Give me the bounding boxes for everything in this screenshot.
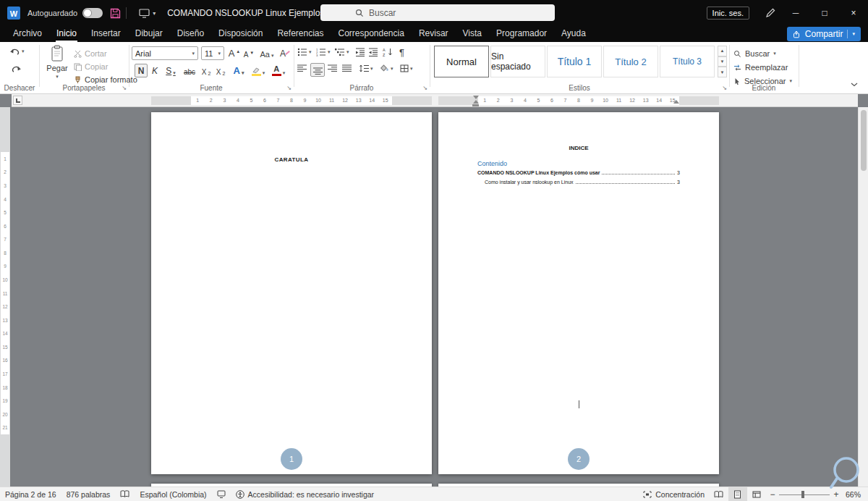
replace-button[interactable]: Reemplazar — [733, 62, 788, 73]
zoom-out-button[interactable]: − — [766, 489, 779, 500]
page-indicator[interactable]: Página 2 de 16 — [0, 487, 61, 501]
close-button[interactable]: × — [839, 0, 868, 26]
text-effects-button[interactable]: A▾ — [230, 64, 247, 77]
hanging-indent-marker[interactable] — [473, 100, 479, 104]
tab-programador[interactable]: Programador — [489, 26, 554, 42]
accessibility-status[interactable]: Accesibilidad: es necesario investigar — [231, 487, 380, 501]
font-dialog-launcher-icon[interactable]: ↘ — [286, 85, 292, 91]
tab-ayuda[interactable]: Ayuda — [554, 26, 593, 42]
styles-scroll-down-icon[interactable]: ▼ — [718, 56, 727, 67]
bold-button[interactable]: N — [135, 64, 148, 77]
style-titulo-1[interactable]: Título 1 — [547, 46, 602, 77]
justify-button[interactable] — [342, 64, 352, 72]
zoom-slider[interactable] — [779, 487, 830, 501]
superscript-button[interactable]: X2 — [214, 64, 227, 77]
show-marks-button[interactable]: ¶ — [399, 47, 404, 58]
style-normal[interactable]: Normal — [434, 46, 489, 77]
tab-vista[interactable]: Vista — [456, 26, 489, 42]
numbering-button[interactable]: 123 ▾ — [316, 48, 331, 56]
search-box[interactable]: Buscar — [320, 4, 555, 21]
clear-formatting-button[interactable]: A — [278, 46, 292, 60]
underline-button[interactable]: S▾ — [162, 64, 179, 77]
tab-disposicion[interactable]: Disposición — [211, 26, 270, 42]
tab-dibujar[interactable]: Dibujar — [128, 26, 170, 42]
sign-in-button[interactable]: Inic. ses. — [707, 7, 749, 20]
save-icon[interactable] — [110, 8, 121, 19]
subscript-button[interactable]: X2 — [200, 64, 213, 77]
styles-dialog-launcher-icon[interactable]: ↘ — [722, 85, 727, 91]
styles-scroll-up-icon[interactable]: ▲ — [718, 46, 727, 56]
tab-inicio[interactable]: Inicio — [49, 26, 84, 42]
tab-insertar[interactable]: Insertar — [84, 26, 128, 42]
word-logo-icon[interactable]: W — [7, 7, 20, 20]
paste-button[interactable]: Pegar ▾ — [43, 45, 71, 85]
style-titulo-2[interactable]: Título 2 — [603, 46, 658, 77]
decrease-indent-button[interactable] — [355, 48, 365, 56]
tab-archivo[interactable]: Archivo — [6, 26, 49, 42]
first-line-indent-marker[interactable] — [473, 96, 479, 99]
touch-mode-icon[interactable] — [139, 9, 150, 18]
format-painter-button[interactable]: Copiar formato — [74, 74, 137, 85]
redo-button[interactable] — [11, 64, 22, 73]
grow-font-button[interactable]: A▲ — [228, 46, 241, 60]
highlight-color-button[interactable]: ▾ — [249, 64, 268, 77]
zoom-in-button[interactable]: + — [830, 489, 843, 500]
tab-revisar[interactable]: Revisar — [412, 26, 456, 42]
shrink-font-button[interactable]: A▼ — [242, 46, 255, 60]
left-indent-marker[interactable] — [472, 104, 479, 106]
align-left-button[interactable] — [297, 64, 307, 72]
line-spacing-button[interactable]: ▾ — [359, 64, 373, 72]
right-indent-marker[interactable] — [673, 100, 679, 104]
vertical-ruler[interactable]: 123456789101112131415161718192021 — [0, 107, 10, 487]
share-button[interactable]: Compartir ▾ — [787, 27, 861, 41]
bullets-button[interactable]: ▾ — [297, 48, 312, 56]
increase-indent-button[interactable] — [368, 48, 378, 56]
print-layout-view-icon[interactable] — [728, 487, 747, 501]
tab-referencias[interactable]: Referencias — [270, 26, 331, 42]
focus-mode-button[interactable]: Concentración — [638, 487, 710, 501]
style-sin-espaciado[interactable]: Sin espaciado — [490, 46, 545, 77]
find-button[interactable]: Buscar ▾ — [733, 48, 776, 59]
strikethrough-button[interactable]: abc — [181, 64, 198, 77]
document-page-1[interactable]: CARATULA 1 — [151, 112, 432, 474]
ink-pen-icon[interactable] — [760, 8, 781, 18]
web-layout-view-icon[interactable] — [747, 487, 766, 501]
borders-button[interactable]: ▾ — [400, 64, 413, 72]
styles-more-icon[interactable]: ▼ — [718, 67, 727, 77]
font-color-button[interactable]: A ▾ — [269, 64, 288, 77]
tab-correspondencia[interactable]: Correspondencia — [331, 26, 411, 42]
align-right-button[interactable] — [328, 64, 337, 72]
sort-button[interactable]: AZ — [383, 48, 393, 56]
vertical-scrollbar[interactable] — [858, 107, 868, 487]
macro-record-icon[interactable] — [212, 487, 231, 501]
copy-button[interactable]: Copiar — [74, 61, 108, 72]
read-mode-view-icon[interactable] — [710, 487, 728, 501]
font-size-combo[interactable]: 11 ▾ — [201, 46, 224, 60]
maximize-button[interactable]: □ — [810, 0, 839, 26]
italic-button[interactable]: K — [149, 64, 161, 77]
scrollbar-thumb[interactable] — [861, 110, 867, 171]
shading-button[interactable]: ▾ — [380, 64, 393, 72]
zoom-level[interactable]: 66% — [843, 490, 868, 499]
collapse-ribbon-chevron-icon[interactable] — [851, 78, 858, 89]
paragraph-dialog-launcher-icon[interactable]: ↘ — [422, 85, 427, 91]
toc-entry[interactable]: COMANDO NSLOOKUP Linux Ejemplos cómo usa… — [477, 170, 680, 175]
clipboard-dialog-launcher-icon[interactable]: ↘ — [122, 85, 127, 91]
language-indicator[interactable]: Español (Colombia) — [135, 487, 211, 501]
tab-stop-selector[interactable] — [13, 96, 22, 105]
zoom-thumb[interactable] — [801, 491, 804, 498]
autosave-toggle[interactable] — [82, 8, 103, 18]
qat-customize-chevron-icon[interactable]: ▾ — [153, 10, 156, 17]
document-area[interactable]: CARATULA 1 INDICE Contenido COMANDO NSLO… — [12, 107, 858, 487]
multilevel-list-button[interactable]: ▾ — [335, 48, 349, 56]
document-page-2[interactable]: INDICE Contenido COMANDO NSLOOKUP Linux … — [438, 112, 719, 474]
font-family-combo[interactable]: Arial ▾ — [132, 46, 198, 60]
cut-button[interactable]: Cortar — [74, 48, 107, 59]
minimize-button[interactable]: ─ — [781, 0, 810, 26]
word-count[interactable]: 876 palabras — [61, 487, 116, 501]
proofing-book-icon[interactable] — [115, 487, 135, 501]
change-case-button[interactable]: Aa▾ — [258, 46, 276, 60]
horizontal-ruler[interactable]: 1234567891011121314151234567891011121314… — [12, 94, 858, 107]
style-titulo-3[interactable]: Título 3 — [660, 46, 715, 77]
align-center-button[interactable] — [310, 63, 325, 77]
